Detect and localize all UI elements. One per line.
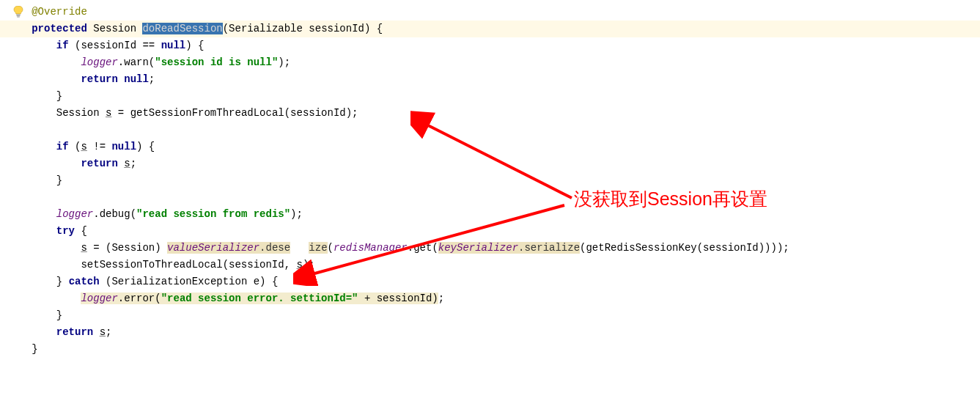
- code-line: logger.error("read session error. settio…: [13, 290, 980, 307]
- code-line: [13, 189, 980, 206]
- code-line: setSessionToThreadLocal(sessionId, s);: [13, 257, 980, 273]
- code-line: }: [13, 341, 980, 358]
- code-editor[interactable]: @Override protected Session doReadSessio…: [0, 0, 980, 361]
- code-line: [13, 122, 980, 139]
- code-line: try {: [13, 223, 980, 240]
- code-line: s = (Session) valueSerializer.dese ize(r…: [13, 240, 980, 257]
- svg-rect-2: [17, 17, 20, 18]
- code-line: }: [13, 172, 980, 189]
- code-line: logger.warn("session id is null");: [13, 54, 980, 71]
- code-line: }: [13, 88, 980, 105]
- code-line: @Override: [13, 4, 980, 21]
- code-line: logger.debug("read session from redis");: [13, 206, 980, 223]
- annotation-label: 没获取到Session再设置: [574, 191, 767, 207]
- code-line: }: [13, 307, 980, 324]
- selected-method-name: doReadSession: [142, 23, 222, 34]
- code-line: } catch (SerializationException e) {: [13, 273, 980, 290]
- override-annotation: @Override: [32, 6, 87, 18]
- lightbulb-icon[interactable]: [13, 6, 23, 18]
- code-line: return s;: [13, 324, 980, 341]
- code-line: if (sessionId == null) {: [13, 37, 980, 54]
- code-line: return null;: [13, 71, 980, 88]
- svg-rect-0: [16, 14, 21, 15]
- code-line: if (s != null) {: [13, 139, 980, 155]
- code-line: Session s = getSessionFromThreadLocal(se…: [13, 105, 980, 122]
- svg-rect-1: [17, 15, 21, 16]
- code-line: return s;: [13, 155, 980, 172]
- method-signature: protected Session doReadSession(Serializ…: [0, 21, 980, 37]
